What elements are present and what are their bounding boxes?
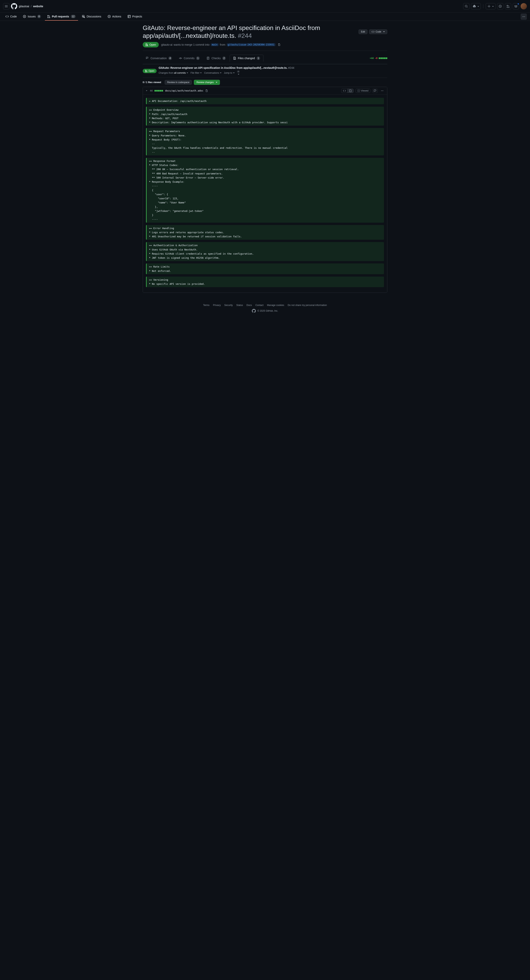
counter: 8: [37, 15, 41, 18]
pr-header: GitAuto: Reverse-engineer an API specifi…: [143, 21, 387, 52]
breadcrumb-repo[interactable]: website: [33, 5, 43, 8]
tab-code[interactable]: Code: [3, 13, 19, 21]
chevron-down-icon: [219, 72, 221, 74]
global-header: gitautoai / website: [0, 0, 530, 13]
footer-link[interactable]: Docs: [247, 304, 252, 307]
diff-hunk[interactable]: = API Documentation: /api/auth/nextauth: [146, 98, 384, 104]
svg-point-3: [24, 16, 25, 17]
tab-files-changed[interactable]: Files changed1: [230, 55, 263, 62]
state-badge-small: Open: [143, 69, 157, 73]
code-icon: [5, 15, 9, 18]
copilot-button[interactable]: [471, 3, 481, 10]
diff-hunk[interactable]: == Error Handling * Logs errors and retu…: [146, 225, 384, 240]
svg-rect-13: [206, 90, 208, 92]
file-icon: [349, 89, 352, 92]
file-name[interactable]: docs/api/auth/nextauth.adoc: [165, 89, 203, 92]
play-icon: [108, 15, 111, 18]
view-mode-toggle: [341, 89, 353, 93]
collapse-file-button[interactable]: [145, 89, 148, 92]
counter: 12: [71, 15, 76, 18]
tab-projects[interactable]: Projects: [125, 13, 145, 21]
svg-point-6: [522, 16, 523, 17]
issues-button[interactable]: [497, 3, 503, 10]
file-header: 44 docs/api/auth/nextauth.adoc Viewed: [143, 87, 387, 95]
pr-number: #244: [238, 32, 252, 39]
tab-discussions[interactable]: Discussions: [80, 13, 104, 21]
chevron-down-icon: [382, 30, 385, 33]
diff-settings-button[interactable]: [237, 70, 240, 76]
changes-from-dropdown[interactable]: Changes from all commits: [159, 72, 188, 74]
git-pull-request-icon: [145, 43, 148, 46]
svg-point-14: [381, 91, 382, 91]
code-button[interactable]: Code: [369, 29, 387, 34]
gear-icon: [237, 70, 240, 73]
head-branch[interactable]: gitauto/issue-243-20250304-233931: [227, 43, 275, 46]
review-changes-button[interactable]: Review changes: [194, 80, 220, 85]
chevron-down-icon: [492, 5, 494, 8]
source-view-button[interactable]: [341, 89, 347, 93]
footer-link[interactable]: Security: [224, 304, 232, 307]
tab-label: Discussions: [87, 15, 101, 18]
rich-view-button[interactable]: [347, 89, 353, 93]
footer-link[interactable]: Status: [236, 304, 243, 307]
github-mark-icon: [11, 3, 17, 10]
footer-link[interactable]: Do not share my personal information: [288, 304, 327, 307]
git-commit-icon: [179, 57, 182, 60]
git-pull-request-icon: [47, 15, 50, 18]
diff-hunk[interactable]: == Rate Limits * Not enforced.: [146, 263, 384, 274]
comment-button[interactable]: [372, 89, 378, 93]
copy-branch-button[interactable]: [277, 42, 282, 47]
diff-hunk[interactable]: == Request Parameters * Query Parameters…: [146, 128, 384, 156]
git-pull-request-icon: [506, 5, 509, 8]
tab-checks[interactable]: Checks2: [204, 55, 229, 62]
file-filter-dropdown[interactable]: File filter: [191, 72, 202, 74]
base-branch[interactable]: main: [211, 43, 219, 46]
create-new-button[interactable]: [486, 3, 495, 10]
jump-to-dropdown[interactable]: Jump to: [224, 72, 235, 74]
svg-rect-5: [128, 15, 131, 18]
copy-path-button[interactable]: [205, 89, 208, 92]
svg-point-12: [238, 71, 239, 72]
pulls-button[interactable]: [505, 3, 511, 10]
breadcrumb-owner[interactable]: gitautoai: [19, 5, 29, 8]
counter: 1: [196, 56, 200, 60]
diff-hunk[interactable]: == Response Format * HTTP Status Codes: …: [146, 158, 384, 223]
hamburger-button[interactable]: [3, 3, 10, 10]
footer-link[interactable]: Privacy: [213, 304, 221, 307]
tab-commits[interactable]: Commits1: [176, 55, 203, 62]
review-toolbar: 0 / 1 files viewed Review in codespace R…: [143, 78, 387, 87]
footer-link[interactable]: Contact: [255, 304, 263, 307]
footer-link[interactable]: Manage cookies: [267, 304, 284, 307]
issue-icon: [499, 5, 502, 8]
svg-point-8: [525, 16, 525, 17]
comment-icon: [374, 89, 376, 92]
footer-link[interactable]: Terms: [203, 304, 210, 307]
github-logo[interactable]: [11, 3, 17, 10]
repo-nav-overflow[interactable]: [520, 14, 527, 20]
search-button[interactable]: [463, 3, 470, 10]
review-codespace-button[interactable]: Review in codespace: [165, 80, 192, 85]
chevron-down-icon: [145, 89, 148, 92]
edit-button[interactable]: Edit: [358, 29, 368, 34]
files-viewed-progress: 0 / 1 files viewed: [143, 81, 161, 84]
code-icon: [343, 89, 346, 92]
tab-actions[interactable]: Actions: [105, 13, 124, 21]
diff-hunk[interactable]: == Authentication & Authorization * Uses…: [146, 242, 384, 261]
tab-pull-requests[interactable]: Pull requests12: [45, 13, 78, 21]
copilot-icon: [473, 5, 476, 8]
viewed-checkbox[interactable]: Viewed: [356, 89, 370, 93]
svg-point-10: [180, 57, 181, 59]
tab-conversation[interactable]: Conversation4: [143, 55, 175, 62]
diff-hunk[interactable]: == Versioning * No specific API version …: [146, 277, 384, 287]
svg-rect-9: [279, 44, 280, 46]
tab-issues[interactable]: Issues8: [21, 13, 43, 21]
comment-discussion-icon: [146, 57, 149, 60]
notifications-button[interactable]: [513, 3, 519, 10]
pr-author[interactable]: gitauto-ai: [161, 43, 172, 46]
diff-hunk[interactable]: == Endpoint Overview * Path: /api/auth/n…: [146, 107, 384, 126]
copy-icon: [205, 89, 208, 92]
conversations-dropdown[interactable]: Conversations: [204, 72, 221, 74]
tab-label: Code: [10, 15, 17, 18]
user-avatar[interactable]: [520, 3, 527, 10]
file-menu-button[interactable]: [380, 89, 385, 93]
